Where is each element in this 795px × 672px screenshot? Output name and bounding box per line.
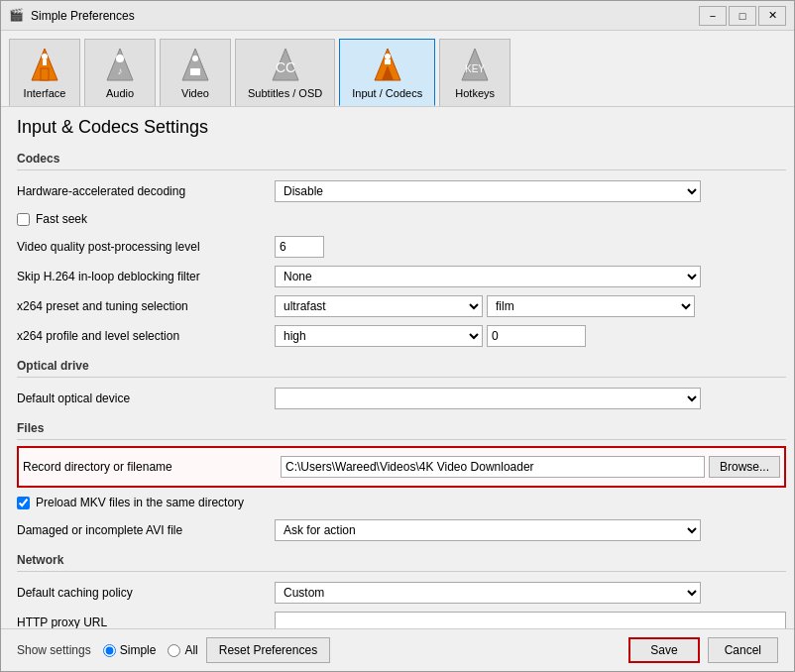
footer-left: Show settings Simple All Reset Preferenc…: [17, 637, 621, 663]
svg-point-5: [116, 55, 124, 62]
preload-mkv-checkbox[interactable]: [17, 497, 30, 509]
x264-preset-select2[interactable]: film animation grain stillimage fastdeco…: [487, 295, 695, 317]
x264-profile-select[interactable]: high baseline main high10 high422 high44…: [275, 325, 483, 347]
optical-divider: [17, 377, 786, 378]
record-directory-row: Record directory or filename Browse...: [23, 452, 780, 482]
skip-h264-label: Skip H.264 in-loop deblocking filter: [17, 270, 275, 283]
svg-point-13: [385, 54, 391, 59]
tab-audio[interactable]: ♪ Audio: [84, 39, 156, 106]
x264-preset-select1[interactable]: ultrafast superfast veryfast faster fast…: [275, 295, 483, 317]
all-radio[interactable]: [168, 644, 180, 657]
svg-text:KEY: KEY: [465, 63, 485, 74]
hardware-decoding-label: Hardware-accelerated decoding: [17, 184, 275, 198]
scroll-container[interactable]: Codecs Hardware-accelerated decoding Dis…: [1, 144, 794, 628]
svg-rect-14: [385, 59, 391, 64]
record-directory-label: Record directory or filename: [23, 460, 281, 474]
video-quality-label: Video quality post-processing level: [17, 240, 275, 254]
codecs-section: Codecs Hardware-accelerated decoding Dis…: [17, 152, 786, 351]
x264-preset-control: ultrafast superfast veryfast faster fast…: [275, 295, 786, 317]
close-button[interactable]: ✕: [758, 6, 786, 26]
skip-h264-select[interactable]: None Non-reference frames Bidir frames N…: [275, 266, 701, 287]
simple-radio[interactable]: [103, 644, 116, 657]
minimize-button[interactable]: −: [699, 6, 727, 26]
network-divider: [17, 571, 786, 572]
optical-device-row: Default optical device: [17, 384, 786, 413]
all-radio-option[interactable]: All: [168, 643, 197, 657]
svg-text:♪: ♪: [118, 65, 123, 76]
hardware-decoding-select[interactable]: Disable Automatic DirectX Video Accelera…: [275, 180, 701, 202]
audio-icon: ♪: [100, 46, 140, 85]
codecs-divider: [17, 169, 786, 170]
svg-point-8: [192, 56, 198, 61]
damaged-avi-select[interactable]: Ask for action Repair Ignore Discard: [275, 519, 701, 541]
window-title: Simple Preferences: [31, 9, 699, 23]
http-proxy-row: HTTP proxy URL: [17, 608, 786, 628]
footer: Show settings Simple All Reset Preferenc…: [1, 628, 794, 671]
input-icon: [368, 46, 407, 85]
files-section: Files Record directory or filename Brows…: [17, 421, 786, 545]
files-divider: [17, 439, 786, 440]
tab-interface[interactable]: Interface: [9, 39, 80, 106]
tab-subtitles-label: Subtitles / OSD: [248, 87, 322, 99]
svg-rect-1: [41, 68, 49, 80]
caching-policy-row: Default caching policy Custom Lowest lat…: [17, 578, 786, 608]
tab-video-label: Video: [181, 87, 209, 99]
tab-input[interactable]: Input / Codecs: [339, 39, 435, 106]
x264-profile-row: x264 profile and level selection high ba…: [17, 321, 786, 351]
simple-radio-option[interactable]: Simple: [103, 643, 157, 657]
hotkeys-icon: KEY: [455, 46, 495, 85]
tab-hotkeys[interactable]: KEY Hotkeys: [439, 39, 511, 106]
x264-profile-control: high baseline main high10 high422 high44…: [275, 325, 786, 347]
fast-seek-row: Fast seek: [17, 206, 786, 232]
subtitles-icon: CC: [266, 46, 305, 85]
app-icon: 🎬: [9, 8, 25, 24]
x264-profile-label: x264 profile and level selection: [17, 329, 275, 343]
network-header: Network: [17, 553, 786, 567]
caching-policy-select[interactable]: Custom Lowest latency Low latency Normal…: [275, 582, 701, 604]
damaged-avi-row: Damaged or incomplete AVI file Ask for a…: [17, 515, 786, 545]
video-quality-input[interactable]: [275, 236, 324, 258]
content-area: Codecs Hardware-accelerated decoding Dis…: [1, 144, 794, 628]
x264-preset-row: x264 preset and tuning selection ultrafa…: [17, 291, 786, 321]
files-header: Files: [17, 421, 786, 435]
caching-policy-control: Custom Lowest latency Low latency Normal…: [275, 582, 786, 604]
http-proxy-label: HTTP proxy URL: [17, 616, 275, 628]
x264-preset-label: x264 preset and tuning selection: [17, 299, 275, 313]
optical-device-select[interactable]: [275, 388, 701, 409]
all-label: All: [184, 643, 197, 657]
radio-group: Simple All: [103, 643, 198, 657]
tab-interface-label: Interface: [24, 87, 66, 99]
damaged-avi-label: Damaged or incomplete AVI file: [17, 523, 275, 537]
interface-icon: [25, 46, 64, 85]
record-directory-control: Browse...: [281, 456, 780, 478]
hardware-decoding-row: Hardware-accelerated decoding Disable Au…: [17, 176, 786, 206]
reset-button[interactable]: Reset Preferences: [206, 637, 330, 663]
tab-input-label: Input / Codecs: [352, 87, 422, 99]
hardware-decoding-control: Disable Automatic DirectX Video Accelera…: [275, 180, 786, 202]
tab-hotkeys-label: Hotkeys: [455, 87, 495, 99]
svg-rect-9: [190, 68, 200, 75]
save-button[interactable]: Save: [628, 637, 699, 663]
maximize-button[interactable]: □: [729, 6, 756, 26]
video-icon: [175, 46, 215, 85]
main-window: 🎬 Simple Preferences − □ ✕ Interface: [0, 0, 795, 672]
page-title: Input & Codecs Settings: [1, 107, 794, 144]
titlebar: 🎬 Simple Preferences − □ ✕: [1, 1, 794, 31]
record-directory-input[interactable]: [281, 456, 705, 478]
nav-tabs: Interface ♪ Audio Video: [1, 31, 794, 107]
tab-video[interactable]: Video: [160, 39, 231, 106]
fast-seek-checkbox[interactable]: [17, 213, 30, 226]
skip-h264-control: None Non-reference frames Bidir frames N…: [275, 266, 786, 287]
svg-marker-7: [182, 49, 208, 80]
tab-audio-label: Audio: [106, 87, 134, 99]
http-proxy-input[interactable]: [275, 612, 786, 628]
http-proxy-control: [275, 612, 786, 628]
show-settings-label: Show settings: [17, 643, 91, 657]
titlebar-controls: − □ ✕: [699, 6, 786, 26]
cancel-button[interactable]: Cancel: [708, 637, 778, 663]
preload-mkv-row: Preload MKV files in the same directory: [17, 490, 786, 515]
caching-policy-label: Default caching policy: [17, 586, 275, 600]
tab-subtitles[interactable]: CC Subtitles / OSD: [235, 39, 335, 106]
x264-profile-level[interactable]: [487, 325, 586, 347]
browse-button[interactable]: Browse...: [709, 456, 780, 478]
